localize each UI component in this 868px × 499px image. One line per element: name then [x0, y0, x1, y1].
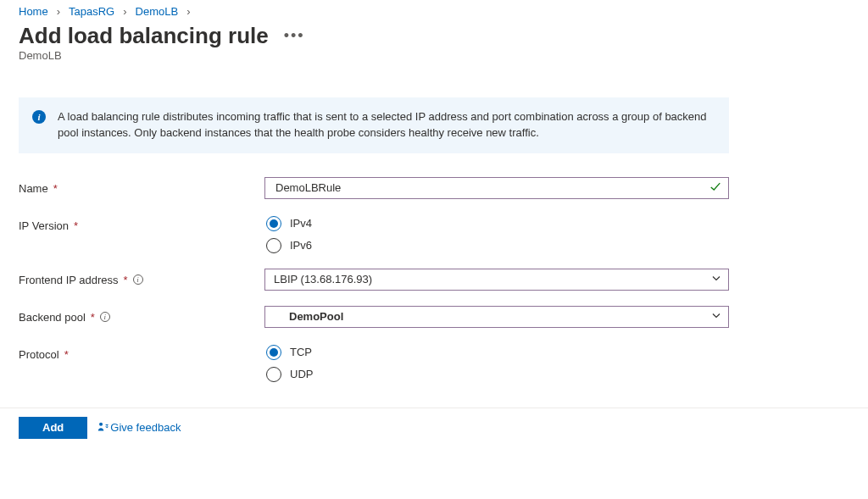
info-icon[interactable]: i	[133, 274, 143, 285]
form: Name * IP Version *	[19, 177, 729, 382]
info-icon: i	[32, 110, 46, 124]
chevron-down-icon	[711, 273, 721, 286]
required-star-icon: *	[64, 348, 69, 361]
protocol-udp-radio[interactable]: UDP	[266, 367, 729, 382]
required-star-icon: *	[53, 182, 58, 195]
breadcrumb-rg[interactable]: TapasRG	[69, 5, 114, 18]
breadcrumb-resource[interactable]: DemoLB	[136, 5, 179, 18]
select-value: DemoPool	[274, 310, 343, 323]
protocol-radio-group: TCP UDP	[264, 343, 729, 382]
chevron-right-icon: ›	[57, 5, 60, 18]
name-input[interactable]	[274, 180, 704, 195]
required-star-icon: *	[124, 274, 128, 286]
info-banner-text: A load balancing rule distributes incomi…	[58, 109, 714, 141]
label-text: IP Version	[19, 219, 69, 232]
page-subtitle: DemoLB	[19, 49, 849, 62]
name-input-wrapper	[264, 177, 729, 199]
field-frontend-ip: Frontend IP address * i LBIP (13.68.176.…	[19, 269, 729, 291]
field-ip-version: IP Version * IPv4 IPv6	[19, 214, 729, 253]
ip-version-ipv4-radio[interactable]: IPv4	[266, 216, 729, 231]
radio-icon	[266, 238, 281, 253]
label-text: Frontend IP address	[19, 274, 119, 286]
required-star-icon: *	[91, 311, 95, 324]
ip-version-radio-group: IPv4 IPv6	[264, 214, 729, 253]
ip-version-ipv6-radio[interactable]: IPv6	[266, 238, 729, 253]
chevron-right-icon: ›	[123, 5, 126, 18]
radio-label: UDP	[290, 368, 313, 380]
radio-label: IPv6	[290, 239, 312, 252]
label-text: Protocol	[19, 348, 59, 361]
check-icon	[709, 180, 721, 195]
info-banner: i A load balancing rule distributes inco…	[19, 97, 729, 153]
field-ip-version-label: IP Version *	[19, 214, 264, 232]
feedback-icon	[97, 421, 108, 435]
protocol-tcp-radio[interactable]: TCP	[266, 345, 729, 360]
backend-pool-select[interactable]: DemoPool	[264, 306, 729, 328]
radio-icon	[266, 216, 281, 231]
radio-label: IPv4	[290, 217, 312, 230]
chevron-right-icon: ›	[186, 5, 190, 18]
frontend-ip-select[interactable]: LBIP (13.68.176.93)	[264, 269, 729, 291]
breadcrumb: Home › TapasRG › DemoLB ›	[19, 3, 849, 23]
field-backend-pool-label: Backend pool * i	[19, 306, 264, 324]
give-feedback-link[interactable]: Give feedback	[97, 421, 181, 435]
field-protocol: Protocol * TCP UDP	[19, 343, 729, 382]
label-text: Name	[19, 182, 48, 195]
footer: Add Give feedback	[0, 408, 868, 447]
radio-icon	[266, 367, 281, 382]
field-frontend-ip-label: Frontend IP address * i	[19, 269, 264, 286]
radio-icon	[266, 345, 281, 360]
label-text: Backend pool	[19, 311, 86, 324]
field-protocol-label: Protocol *	[19, 343, 264, 361]
select-value: LBIP (13.68.176.93)	[274, 273, 372, 286]
info-icon[interactable]: i	[100, 312, 110, 322]
required-star-icon: *	[74, 219, 78, 232]
radio-label: TCP	[290, 346, 312, 358]
field-name: Name *	[19, 177, 729, 199]
chevron-down-icon	[711, 310, 721, 323]
feedback-link-text: Give feedback	[110, 421, 181, 434]
add-button[interactable]: Add	[19, 417, 87, 439]
field-name-label: Name *	[19, 177, 264, 195]
breadcrumb-home[interactable]: Home	[19, 5, 48, 18]
field-backend-pool: Backend pool * i DemoPool	[19, 306, 729, 328]
page-title: Add load balancing rule	[19, 23, 269, 49]
more-menu-icon[interactable]: •••	[284, 27, 305, 45]
